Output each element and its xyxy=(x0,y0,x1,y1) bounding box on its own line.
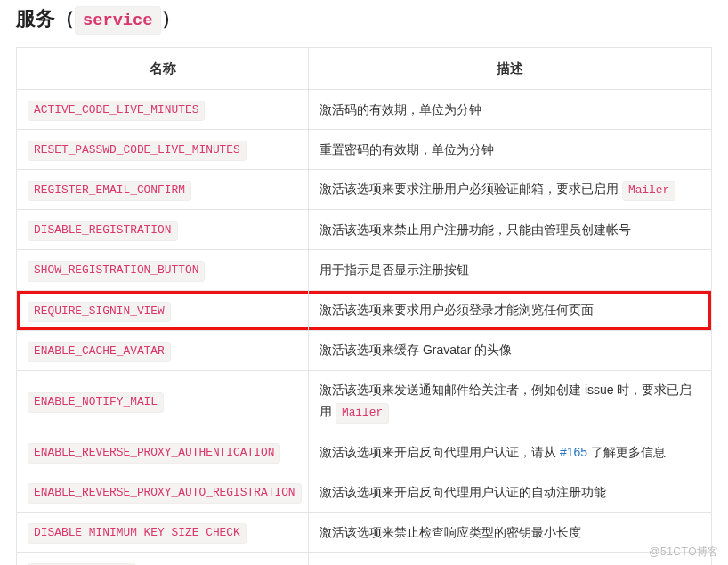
config-desc-cell: 激活该选项来发送通知邮件给关注者，例如创建 issue 时，要求已启用 Mail… xyxy=(309,370,712,432)
config-desc-cell: 激活该选项来要求注册用户必须验证邮箱，要求已启用 Mailer xyxy=(309,170,712,210)
config-name-cell: ACTIVE_CODE_LIVE_MINUTES xyxy=(17,90,309,130)
table-row: ENABLE_CAPTCHA激活该选项以在用户注册时要求输入验证码 xyxy=(17,553,712,565)
desc-text: 激活该选项来禁止检查响应类型的密钥最小长度 xyxy=(320,525,581,539)
col-header-name: 名称 xyxy=(17,48,309,90)
config-table: 名称 描述 ACTIVE_CODE_LIVE_MINUTES激活码的有效期，单位… xyxy=(16,47,712,565)
config-desc-cell: 激活该选项以在用户注册时要求输入验证码 xyxy=(309,553,712,565)
inline-code: Mailer xyxy=(622,181,675,201)
config-name-cell: ENABLE_CACHE_AVATAR xyxy=(17,330,309,370)
config-key: DISABLE_MINIMUM_KEY_SIZE_CHECK xyxy=(28,523,247,544)
config-name-cell: ENABLE_REVERSE_PROXY_AUTHENTICATION xyxy=(17,432,309,472)
desc-text: 激活该选项来禁止用户注册功能，只能由管理员创建帐号 xyxy=(320,222,631,237)
config-name-cell: SHOW_REGISTRATION_BUTTON xyxy=(17,250,309,290)
config-name-cell: RESET_PASSWD_CODE_LIVE_MINUTES xyxy=(17,130,309,170)
desc-text: 激活该选项来开启反向代理用户认证的自动注册功能 xyxy=(320,485,606,499)
config-name-cell: REGISTER_EMAIL_CONFIRM xyxy=(17,170,309,210)
config-name-cell: ENABLE_NOTIFY_MAIL xyxy=(17,370,309,432)
config-name-cell: DISABLE_MINIMUM_KEY_SIZE_CHECK xyxy=(17,513,309,553)
config-key: ENABLE_NOTIFY_MAIL xyxy=(28,392,164,413)
desc-text: 激活该选项来开启反向代理用户认证，请从 xyxy=(320,445,560,459)
table-row: RESET_PASSWD_CODE_LIVE_MINUTES重置密码的有效期，单… xyxy=(17,130,712,170)
config-desc-cell: 重置密码的有效期，单位为分钟 xyxy=(309,130,712,170)
config-name-cell: REQUIRE_SIGNIN_VIEW xyxy=(17,290,309,330)
config-key: SHOW_REGISTRATION_BUTTON xyxy=(28,261,205,281)
heading-code: service xyxy=(75,6,161,35)
table-row: REGISTER_EMAIL_CONFIRM激活该选项来要求注册用户必须验证邮箱… xyxy=(17,170,712,210)
config-name-cell: ENABLE_CAPTCHA xyxy=(17,553,309,565)
inline-code: Mailer xyxy=(336,403,389,424)
config-key: ENABLE_REVERSE_PROXY_AUTHENTICATION xyxy=(28,443,280,464)
config-key: REQUIRE_SIGNIN_VIEW xyxy=(28,302,171,322)
desc-text: 激活该选项来缓存 Gravatar 的头像 xyxy=(320,343,512,357)
config-desc-cell: 激活该选项来禁止检查响应类型的密钥最小长度 xyxy=(309,513,712,553)
config-desc-cell: 激活该选项来禁止用户注册功能，只能由管理员创建帐号 xyxy=(309,210,712,250)
desc-text: 激活该选项来要求用户必须登录才能浏览任何页面 xyxy=(320,303,594,317)
table-row: ENABLE_REVERSE_PROXY_AUTHENTICATION激活该选项… xyxy=(17,432,712,472)
config-desc-cell: 激活该选项来开启反向代理用户认证，请从 #165 了解更多信息 xyxy=(309,432,712,472)
table-row: SHOW_REGISTRATION_BUTTON用于指示是否显示注册按钮 xyxy=(17,250,712,290)
config-key: ENABLE_REVERSE_PROXY_AUTO_REGISTRATION xyxy=(28,483,302,504)
desc-text: 激活该选项来要求注册用户必须验证邮箱，要求已启用 xyxy=(320,182,622,196)
table-row: ENABLE_CACHE_AVATAR激活该选项来缓存 Gravatar 的头像 xyxy=(17,330,712,370)
config-desc-cell: 激活该选项来缓存 Gravatar 的头像 xyxy=(309,330,712,370)
config-desc-cell: 激活该选项来要求用户必须登录才能浏览任何页面 xyxy=(309,290,712,330)
desc-text: 激活码的有效期，单位为分钟 xyxy=(320,102,481,117)
config-desc-cell: 激活该选项来开启反向代理用户认证的自动注册功能 xyxy=(309,472,712,513)
table-row: DISABLE_MINIMUM_KEY_SIZE_CHECK激活该选项来禁止检查… xyxy=(17,513,712,553)
config-name-cell: DISABLE_REGISTRATION xyxy=(17,210,309,250)
table-row: REQUIRE_SIGNIN_VIEW激活该选项来要求用户必须登录才能浏览任何页… xyxy=(17,290,712,330)
table-row: ENABLE_NOTIFY_MAIL激活该选项来发送通知邮件给关注者，例如创建 … xyxy=(17,370,712,432)
table-row: ENABLE_REVERSE_PROXY_AUTO_REGISTRATION激活… xyxy=(17,472,712,513)
desc-text: 了解更多信息 xyxy=(587,445,666,459)
col-header-desc: 描述 xyxy=(309,48,712,90)
config-name-cell: ENABLE_REVERSE_PROXY_AUTO_REGISTRATION xyxy=(17,472,309,513)
desc-text: 用于指示是否显示注册按钮 xyxy=(320,262,469,277)
table-row: ACTIVE_CODE_LIVE_MINUTES激活码的有效期，单位为分钟 xyxy=(17,90,712,130)
heading-prefix: 服务（ xyxy=(16,7,75,29)
config-key: ACTIVE_CODE_LIVE_MINUTES xyxy=(28,101,205,121)
config-key: DISABLE_REGISTRATION xyxy=(28,221,178,241)
config-key: REGISTER_EMAIL_CONFIRM xyxy=(28,181,191,201)
config-desc-cell: 激活码的有效期，单位为分钟 xyxy=(309,90,712,130)
config-desc-cell: 用于指示是否显示注册按钮 xyxy=(309,250,712,290)
table-row: DISABLE_REGISTRATION激活该选项来禁止用户注册功能，只能由管理… xyxy=(17,210,712,250)
config-key: ENABLE_CACHE_AVATAR xyxy=(28,342,171,362)
desc-text: 重置密码的有效期，单位为分钟 xyxy=(320,142,494,157)
config-key: RESET_PASSWD_CODE_LIVE_MINUTES xyxy=(28,141,247,161)
section-heading: 服务（service） xyxy=(16,5,712,35)
heading-suffix: ） xyxy=(161,7,181,29)
issue-link[interactable]: #165 xyxy=(560,445,587,459)
